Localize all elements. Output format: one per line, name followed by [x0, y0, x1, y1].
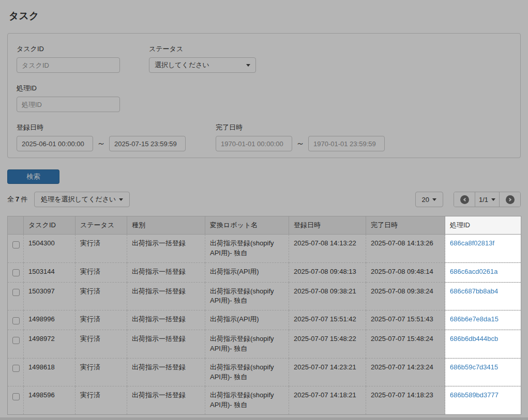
status-label: ステータス: [149, 44, 256, 54]
chevron-right-circle-icon: [506, 195, 515, 204]
header-registered-at: 登録日時: [289, 216, 366, 235]
range-separator: ～: [296, 136, 305, 151]
table-row: 1498618 実行済 出荷指示一括登録 出荷指示登録(shopify API用…: [8, 358, 521, 386]
cell-type: 出荷指示一括登録: [127, 282, 205, 310]
task-id-label: タスクID: [17, 44, 149, 54]
completed-from-input[interactable]: [216, 136, 292, 151]
cell-type: 出荷指示一括登録: [127, 330, 205, 359]
table-row: 1504300 実行済 出荷指示一括登録 出荷指示登録(shopify API用…: [8, 235, 521, 263]
process-id-link[interactable]: 686c687bb8ab4: [450, 287, 498, 295]
row-checkbox-cell: [8, 310, 24, 330]
cell-registered-at: 2025-07-07 15:48:22: [289, 330, 366, 359]
row-checkbox[interactable]: [12, 337, 20, 344]
cell-status: 実行済: [76, 358, 127, 386]
cell-robot-name: 出荷指示登録(shopify API用)- 独自: [205, 330, 289, 359]
header-process-id: 処理ID: [445, 216, 521, 235]
header-robot-name: 変換ロボット名: [205, 216, 289, 235]
next-page-button[interactable]: [500, 192, 520, 207]
row-checkbox[interactable]: [12, 289, 20, 296]
cell-process-id: 686c6acd0261a: [445, 262, 521, 282]
process-id-link[interactable]: 686c6acd0261a: [450, 268, 498, 275]
row-checkbox[interactable]: [12, 365, 20, 372]
process-id-input[interactable]: [17, 97, 120, 112]
chevron-down-icon: [246, 64, 250, 67]
cell-process-id: 686ca8f02813f: [445, 235, 521, 263]
prev-page-button[interactable]: [454, 192, 475, 207]
cell-task-id: 1498618: [24, 358, 76, 386]
cell-registered-at: 2025-07-08 09:38:21: [289, 282, 366, 310]
cell-completed-at: 2025-07-08 14:13:26: [366, 235, 445, 263]
cell-robot-name: 出荷指示(API用): [205, 262, 289, 282]
task-table: タスクID ステータス 種別 変換ロボット名 登録日時 完了日時 処理ID 15…: [7, 216, 521, 415]
pagination-top: 20 1/1: [415, 192, 521, 207]
cell-status: 実行済: [76, 282, 127, 310]
page-size-button[interactable]: 20: [415, 192, 443, 207]
cell-type: 出荷指示一括登録: [127, 235, 205, 263]
cell-completed-at: 2025-07-08 09:38:24: [366, 282, 445, 310]
process-select-dropdown[interactable]: 処理を選択してください: [34, 192, 130, 207]
cell-process-id: 686b6db444bcb: [445, 330, 521, 359]
chevron-left-circle-icon: [460, 195, 469, 204]
header-checkbox-cell: [8, 216, 24, 235]
cell-task-id: 1503144: [24, 262, 76, 282]
range-separator: ～: [97, 136, 105, 151]
cell-type: 出荷指示一括登録: [127, 262, 205, 282]
process-id-link[interactable]: 686b6e7e8da15: [450, 315, 499, 323]
row-checkbox[interactable]: [12, 317, 20, 324]
row-checkbox[interactable]: [12, 241, 20, 248]
process-id-field: 処理ID: [17, 84, 149, 112]
table-row: 1503144 実行済 出荷指示一括登録 出荷指示(API用) 2025-07-…: [8, 262, 521, 282]
cell-task-id: 1498996: [24, 310, 76, 330]
process-id-link[interactable]: 686b59c7d3415: [450, 363, 498, 371]
cell-completed-at: 2025-07-07 15:51:43: [366, 310, 445, 330]
process-id-link[interactable]: 686ca8f02813f: [450, 239, 494, 247]
cell-status: 実行済: [76, 235, 127, 263]
registered-range-label: 登録日時: [17, 123, 216, 132]
cell-robot-name: 出荷指示登録(shopify API用)- 独自: [205, 235, 289, 263]
page-title: タスク: [9, 9, 521, 23]
cell-registered-at: 2025-07-08 09:48:13: [289, 262, 366, 282]
process-select-label: 処理を選択してください: [41, 195, 116, 204]
cell-task-id: 1498972: [24, 330, 76, 359]
registered-to-input[interactable]: [109, 136, 186, 151]
status-field: ステータス 選択してください: [149, 44, 256, 73]
cell-task-id: 1498596: [24, 386, 76, 415]
pager-group: 1/1: [454, 192, 521, 207]
cell-status: 実行済: [76, 310, 127, 330]
cell-robot-name: 出荷指示(API用): [205, 310, 289, 330]
row-checkbox-cell: [8, 235, 24, 263]
total-count-text: 全7件: [7, 195, 27, 204]
status-select[interactable]: 選択してください: [149, 57, 256, 73]
cell-type: 出荷指示一括登録: [127, 310, 205, 330]
process-id-link[interactable]: 686b6db444bcb: [450, 335, 498, 343]
row-checkbox-cell: [8, 386, 24, 415]
registered-from-input[interactable]: [17, 136, 93, 151]
row-checkbox[interactable]: [12, 269, 20, 276]
completed-to-input[interactable]: [308, 136, 385, 151]
total-count: 7: [16, 195, 19, 203]
cell-robot-name: 出荷指示登録(shopify API用)- 独自: [205, 386, 289, 415]
header-status: ステータス: [76, 216, 127, 235]
row-checkbox[interactable]: [12, 393, 20, 400]
cell-process-id: 686b6e7e8da15: [445, 310, 521, 330]
table-row: 1498596 実行済 出荷指示一括登録 出荷指示登録(shopify API用…: [8, 386, 521, 415]
page-indicator-button[interactable]: 1/1: [475, 192, 500, 207]
total-prefix: 全: [7, 195, 14, 203]
cell-type: 出荷指示一括登録: [127, 386, 205, 415]
search-filter-panel: タスクID ステータス 選択してください 処理ID 登録日時: [7, 33, 521, 158]
task-page: タスク タスクID ステータス 選択してください 処理ID 登: [0, 0, 528, 420]
cell-completed-at: 2025-07-08 09:48:14: [366, 262, 445, 282]
cell-robot-name: 出荷指示登録(shopify API用)- 独自: [205, 358, 289, 386]
cell-registered-at: 2025-07-07 15:51:42: [289, 310, 366, 330]
caret-down-icon: [491, 198, 495, 201]
caret-down-icon: [119, 198, 123, 201]
task-id-input[interactable]: [17, 57, 120, 73]
task-id-field: タスクID: [17, 44, 149, 73]
completed-range-label: 完了日時: [216, 123, 385, 132]
cell-registered-at: 2025-07-07 14:18:21: [289, 386, 366, 415]
search-button[interactable]: 検索: [7, 169, 59, 184]
process-id-link[interactable]: 686b589bd3777: [450, 391, 499, 399]
header-completed-at: 完了日時: [366, 216, 445, 235]
page-indicator: 1/1: [479, 196, 488, 204]
table-row: 1498972 実行済 出荷指示一括登録 出荷指示登録(shopify API用…: [8, 330, 521, 359]
